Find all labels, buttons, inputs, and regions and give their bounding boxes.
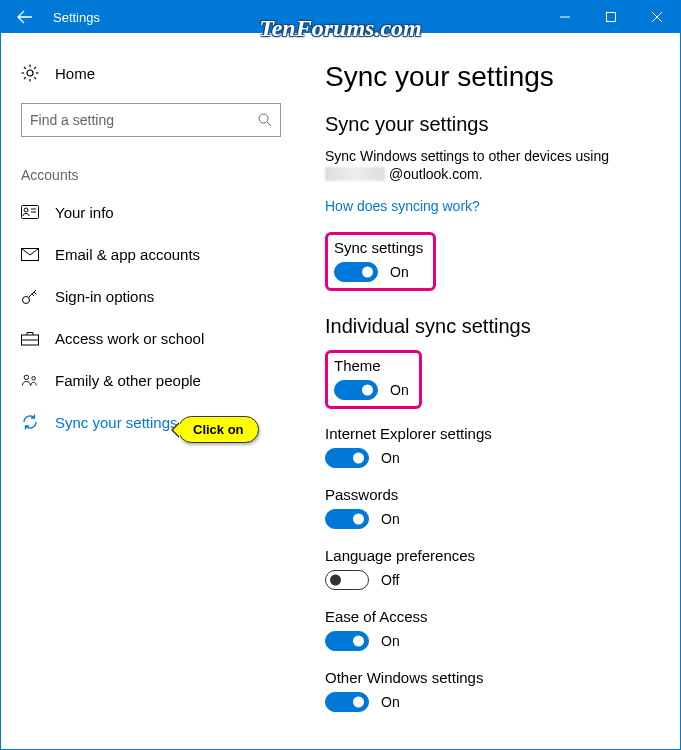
sidebar-item-label: Sign-in options [55, 288, 154, 305]
section-heading-sync: Sync your settings [325, 113, 656, 136]
briefcase-icon [21, 331, 39, 346]
toggle-passwords[interactable] [325, 509, 369, 529]
sidebar-section-label: Accounts [21, 167, 301, 183]
tutorial-callout: Click on [178, 416, 259, 443]
toggle-other-windows-settings[interactable] [325, 692, 369, 712]
search-icon [258, 113, 272, 127]
mail-icon [21, 248, 39, 261]
toggle-sync-settings[interactable] [334, 262, 378, 282]
home-label: Home [55, 65, 95, 82]
sidebar: Home Accounts Your info Email & app acco… [1, 33, 301, 749]
toggle-language-preferences[interactable] [325, 570, 369, 590]
sidebar-item-label: Sync your settings [55, 414, 178, 431]
toggle-state-text: On [381, 450, 400, 466]
sidebar-item-label: Access work or school [55, 330, 204, 347]
svg-line-21 [29, 290, 37, 298]
toggle-state-text: On [390, 264, 409, 280]
svg-point-16 [24, 208, 28, 212]
sidebar-item-label: Family & other people [55, 372, 201, 389]
setting-label-other-windows: Other Windows settings [325, 669, 656, 686]
minimize-button[interactable] [542, 1, 588, 33]
tutorial-highlight-theme: Theme On [325, 350, 422, 409]
svg-point-4 [27, 70, 33, 76]
svg-line-12 [34, 67, 36, 69]
sidebar-item-sync[interactable]: Sync your settings [21, 401, 301, 443]
redacted-email-prefix [325, 167, 385, 181]
sidebar-item-work-school[interactable]: Access work or school [21, 317, 301, 359]
setting-label-passwords: Passwords [325, 486, 656, 503]
svg-line-9 [24, 67, 26, 69]
search-box[interactable] [21, 103, 281, 137]
setting-label-language: Language preferences [325, 547, 656, 564]
sync-description: Sync Windows settings to other devices u… [325, 148, 656, 164]
sidebar-item-your-info[interactable]: Your info [21, 191, 301, 233]
svg-line-22 [34, 292, 37, 295]
sidebar-item-family[interactable]: Family & other people [21, 359, 301, 401]
sync-icon [21, 413, 39, 431]
toggle-state-text: Off [381, 572, 399, 588]
toggle-state-text: On [381, 694, 400, 710]
search-input[interactable] [30, 112, 258, 128]
toggle-ease-of-access[interactable] [325, 631, 369, 651]
svg-point-26 [24, 375, 29, 380]
home-nav[interactable]: Home [21, 53, 301, 93]
toggle-state-text: On [381, 633, 400, 649]
sidebar-item-label: Email & app accounts [55, 246, 200, 263]
gear-icon [21, 64, 39, 82]
email-domain: @outlook.com. [389, 166, 483, 182]
svg-line-11 [24, 77, 26, 79]
sidebar-item-label: Your info [55, 204, 114, 221]
sidebar-item-email[interactable]: Email & app accounts [21, 233, 301, 275]
setting-label-ease-of-access: Ease of Access [325, 608, 656, 625]
window-title: Settings [53, 10, 542, 25]
svg-line-10 [34, 77, 36, 79]
sync-account-email: @outlook.com. [325, 166, 656, 182]
svg-rect-1 [607, 13, 616, 22]
setting-label-sync-master: Sync settings [334, 239, 423, 256]
help-link-syncing[interactable]: How does syncing work? [325, 198, 480, 214]
maximize-button[interactable] [588, 1, 634, 33]
toggle-state-text: On [390, 382, 409, 398]
svg-point-27 [32, 376, 36, 380]
key-icon [21, 287, 39, 305]
svg-point-20 [23, 297, 30, 304]
close-button[interactable] [634, 1, 680, 33]
tutorial-highlight-sync-settings: Sync settings On [325, 232, 436, 291]
sidebar-item-signin[interactable]: Sign-in options [21, 275, 301, 317]
svg-point-13 [259, 114, 268, 123]
svg-line-14 [267, 122, 271, 126]
user-card-icon [21, 205, 39, 219]
people-icon [21, 373, 39, 388]
titlebar: Settings [1, 1, 680, 33]
toggle-ie-settings[interactable] [325, 448, 369, 468]
toggle-state-text: On [381, 511, 400, 527]
section-heading-individual: Individual sync settings [325, 315, 656, 338]
back-button[interactable] [1, 1, 49, 33]
setting-label-ie: Internet Explorer settings [325, 425, 656, 442]
main-panel: Sync your settings Sync your settings Sy… [301, 33, 680, 749]
svg-line-23 [32, 294, 34, 296]
setting-label-theme: Theme [334, 357, 409, 374]
page-title: Sync your settings [325, 61, 656, 93]
toggle-theme[interactable] [334, 380, 378, 400]
